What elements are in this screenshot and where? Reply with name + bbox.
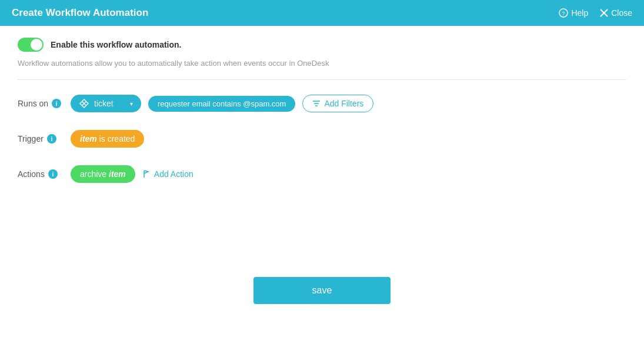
filter-icon <box>312 99 321 108</box>
trigger-controls: item is created <box>71 130 144 148</box>
email-filter-chip[interactable]: requester email contains @spam.com <box>148 96 295 112</box>
chevron-down-icon: ▾ <box>130 101 133 107</box>
actions-controls: archive item Add Action <box>71 165 193 183</box>
ticket-svg-icon <box>79 99 89 108</box>
runs-on-label: Runs on i <box>18 99 71 108</box>
close-button[interactable]: Close <box>600 8 632 18</box>
runs-on-controls: ticket ▾ requester email contains @spam.… <box>71 95 373 112</box>
actions-info-icon[interactable]: i <box>48 169 58 179</box>
help-icon: ? <box>559 8 568 18</box>
page-title: Create Workflow Automation <box>12 7 148 19</box>
trigger-pill[interactable]: item is created <box>71 130 144 148</box>
svg-text:?: ? <box>562 11 565 16</box>
flag-icon <box>142 170 151 178</box>
enable-row: Enable this workflow automation. <box>18 38 626 52</box>
trigger-info-icon[interactable]: i <box>47 134 56 143</box>
save-container: save <box>18 277 626 304</box>
save-button[interactable]: save <box>253 277 391 304</box>
add-action-button[interactable]: Add Action <box>142 169 193 179</box>
ticket-icon <box>79 98 89 109</box>
divider <box>18 79 626 80</box>
runs-on-info-icon[interactable]: i <box>52 99 61 108</box>
dropdown-value: ticket <box>94 99 114 108</box>
enable-label: Enable this workflow automation. <box>51 40 181 49</box>
header: Create Workflow Automation ? Help Close <box>0 0 644 26</box>
runs-on-row: Runs on i ticket ▾ requester email conta… <box>18 95 626 112</box>
subtitle-text: Workflow automations allow you to automa… <box>18 59 626 68</box>
enable-toggle[interactable] <box>18 38 44 52</box>
add-filters-button[interactable]: Add Filters <box>302 95 373 112</box>
actions-row: Actions i archive item Add Action <box>18 165 626 183</box>
header-actions: ? Help Close <box>559 8 632 18</box>
help-button[interactable]: ? Help <box>559 8 588 18</box>
actions-label: Actions i <box>18 169 71 179</box>
trigger-row: Trigger i item is created <box>18 130 626 148</box>
trigger-label: Trigger i <box>18 134 71 143</box>
content-area: Enable this workflow automation. Workflo… <box>0 26 644 316</box>
runs-on-dropdown[interactable]: ticket ▾ <box>71 95 141 112</box>
close-icon <box>600 9 608 17</box>
action-pill[interactable]: archive item <box>71 165 135 183</box>
